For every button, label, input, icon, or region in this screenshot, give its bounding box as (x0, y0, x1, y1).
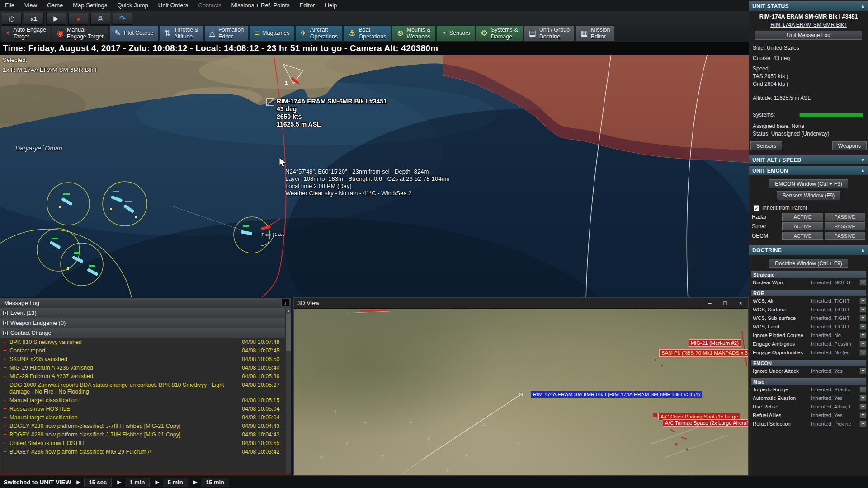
contact-label-missile[interactable]: RIM-174A ERAM SM-6MR Blk I (RIM-174A ERA… (531, 391, 702, 398)
log-entry[interactable]: + MiG-29 Fulcrum A #236 vanished 04/08 1… (0, 364, 285, 372)
time-compression-button[interactable]: 15 min (201, 478, 229, 487)
scroll-up-icon[interactable]: ▲ (286, 308, 291, 314)
dropdown-button[interactable] (859, 324, 866, 330)
log-entry[interactable]: + MiG-29 Fulcrum A #237 vanished 04/08 1… (0, 372, 285, 381)
print-button[interactable]: ⎙ (90, 13, 110, 25)
emcon-window-button[interactable]: EMCON Window (Ctrl + F9) (769, 179, 848, 188)
time-compression-button[interactable]: 15 sec (84, 478, 112, 487)
contact-label-sam[interactable]: SAM Plt (RBS 70 Mk1 MANPADS x 3) (659, 349, 748, 357)
popout-down-button[interactable]: ↓ (281, 299, 289, 307)
doctrine-section-roe: ROE (751, 290, 866, 296)
toolbar-button-throttle-altitude[interactable]: ⇅ Throttle &Altitude (159, 25, 203, 41)
emcon-passive-button[interactable]: PASSIVE (825, 222, 866, 230)
menu-item[interactable]: Help (320, 0, 342, 11)
log-entry-text: Manual target classification (9, 397, 242, 404)
emcon-active-button[interactable]: ACTIVE (782, 213, 823, 221)
dropdown-button[interactable] (859, 298, 866, 304)
play-button[interactable]: ▶ (46, 13, 66, 25)
doctrine-setting-label: Refuel Allies (753, 413, 811, 418)
emcon-active-button[interactable]: ACTIVE (782, 222, 823, 230)
unit-class-link[interactable]: RIM-174A ERAM SM-6MR Blk I (749, 22, 868, 28)
menu-item[interactable]: Editor (295, 0, 320, 11)
dropdown-button[interactable] (859, 306, 866, 313)
contact-label-tarmac[interactable]: A/C Tarmac Space (2x Large Aircraft) (663, 419, 748, 427)
toolbar-button-unit-group-doctrine[interactable]: ▤ Unit / GroupDoctrine (524, 25, 575, 41)
log-section-header[interactable]: Event (13) (0, 308, 285, 318)
inherit-from-parent-checkbox[interactable]: ✓ (754, 205, 760, 211)
menu-item[interactable]: Quick Jump (112, 0, 153, 11)
dropdown-button[interactable] (859, 279, 866, 286)
unit-status-header[interactable]: UNIT STATUS ∧ (749, 1, 868, 11)
toolbar-button-mission-editor[interactable]: ▦ MissionEditor (576, 25, 615, 41)
menu-item[interactable]: File (0, 0, 19, 11)
close-button[interactable]: × (733, 298, 748, 309)
emcon-active-button[interactable]: ACTIVE (782, 232, 823, 240)
log-section-header[interactable]: Contact Change (0, 328, 285, 338)
sensors-icon: ◔ (441, 29, 446, 37)
unit-alt-speed-header[interactable]: UNIT ALT / SPEED ∨ (749, 155, 868, 164)
dropdown-button[interactable] (859, 421, 866, 427)
3d-view-content[interactable]: MiG-21 (Merkum #2) SAM Plt (RBS 70 Mk1 M… (294, 309, 748, 475)
log-entry[interactable]: + Manual target classification 04/08 10:… (0, 396, 285, 405)
sensors-button[interactable]: Sensors (750, 141, 782, 150)
scrollbar-thumb[interactable] (286, 314, 291, 351)
dropdown-button[interactable] (859, 349, 866, 356)
log-entry[interactable]: + SKUNK #235 vanished 04/08 10:06:50 (0, 355, 285, 364)
toolbar-button-manual-engage-target[interactable]: ◉ ManualEngage Target (52, 25, 108, 41)
maximize-button[interactable]: □ (717, 298, 733, 309)
log-entry[interactable]: + United States is now HOSTILE 04/08 10:… (0, 439, 285, 448)
toolbar-button-boat-operations[interactable]: ⚓ BoatOperations (344, 25, 391, 41)
log-entry[interactable]: + BOGEY #238 now platform-classified: J-… (0, 431, 285, 439)
log-entry[interactable]: + Manual target classification 04/08 10:… (0, 413, 285, 422)
time-multiplier-button[interactable]: x1 (24, 13, 44, 25)
dropdown-button[interactable] (859, 332, 866, 338)
toolbar-button-formation-editor[interactable]: △ FormationEditor (204, 25, 249, 41)
unit-message-log-button[interactable]: Unit Message Log (755, 31, 862, 40)
doctrine-strategic-rows: Nuclear Wpn Inherited, NOT G (749, 278, 868, 286)
menu-item[interactable]: Map Settings (68, 0, 112, 11)
dropdown-button[interactable] (859, 404, 866, 410)
toolbar-button-mounts-weapons[interactable]: ⊗ Mounts &Weapons (392, 25, 435, 41)
dropdown-button[interactable] (859, 395, 866, 401)
dropdown-button[interactable] (859, 368, 866, 374)
time-compression-button[interactable]: 5 min (163, 478, 188, 487)
quick-jump-button[interactable]: ↷ (113, 13, 132, 25)
sensors-window-button[interactable]: Sensors Window (F9) (777, 191, 840, 200)
toolbar-button-magazines[interactable]: ≡ Magazines (250, 25, 294, 41)
log-entry[interactable]: + BPK 810 Smetlivyy vanished 04/08 10:07… (0, 338, 285, 347)
toolbar-button-aircraft-operations[interactable]: ✈ AircraftOperations (296, 25, 343, 41)
doctrine-header[interactable]: DOCTRINE ∧ (749, 245, 868, 255)
toolbar-button-systems-damage[interactable]: ⚙ Systems &Damage (476, 25, 523, 41)
dropdown-button[interactable] (859, 315, 866, 321)
log-entry[interactable]: + BOGEY #239 now platform-classified: J-… (0, 422, 285, 431)
message-log-header[interactable]: Message Log ↓ (0, 298, 291, 308)
clock-button[interactable]: ◷ (2, 13, 22, 25)
minimize-button[interactable]: – (702, 298, 717, 309)
log-entry[interactable]: − DDG 1000 Zumwalt reports BDA status ch… (0, 381, 285, 396)
unit-emcon-header[interactable]: UNIT EMCON ∧ (749, 166, 868, 175)
doctrine-window-button[interactable]: Doctrine Window (Ctrl + F9) (769, 259, 848, 268)
emcon-passive-button[interactable]: PASSIVE (825, 213, 866, 221)
dropdown-button[interactable] (859, 341, 866, 347)
log-section-header[interactable]: Weapon Endgame (0) (0, 318, 285, 328)
emcon-passive-button[interactable]: PASSIVE (825, 232, 866, 240)
3d-view-titlebar[interactable]: 3D View – □ × (294, 298, 748, 309)
toolbar-button-sensors[interactable]: ◔ Sensors (436, 25, 475, 41)
weapons-button[interactable]: Weapons (832, 141, 867, 150)
log-entry[interactable]: + Russia is now HOSTILE 04/08 10:05:04 (0, 405, 285, 413)
log-entry[interactable]: + Contact report 04/08 10:07:45 (0, 347, 285, 355)
time-compression-button[interactable]: 1 min (125, 478, 150, 487)
dropdown-button[interactable] (859, 386, 866, 393)
record-button[interactable]: ● (68, 13, 88, 25)
menu-item[interactable]: Contacts (193, 0, 226, 11)
menu-item[interactable]: View (19, 0, 42, 11)
contact-label-mig21[interactable]: MiG-21 (Merkum #2) (689, 339, 741, 347)
menu-item[interactable]: Missions + Ref. Points (226, 0, 295, 11)
menu-item[interactable]: Game (42, 0, 68, 11)
dropdown-button[interactable] (859, 412, 866, 418)
log-entry[interactable]: + BOGEY #236 now platform-classified: Mi… (0, 448, 285, 456)
toolbar-button-plot-course[interactable]: ✎ Plot Course (109, 25, 159, 41)
toolbar-button-auto-engage-target[interactable]: ⌖ Auto EngageTarget (1, 25, 51, 41)
menu-item[interactable]: Unit Orders (153, 0, 193, 11)
message-log-scrollbar[interactable]: ▲ (285, 308, 291, 473)
